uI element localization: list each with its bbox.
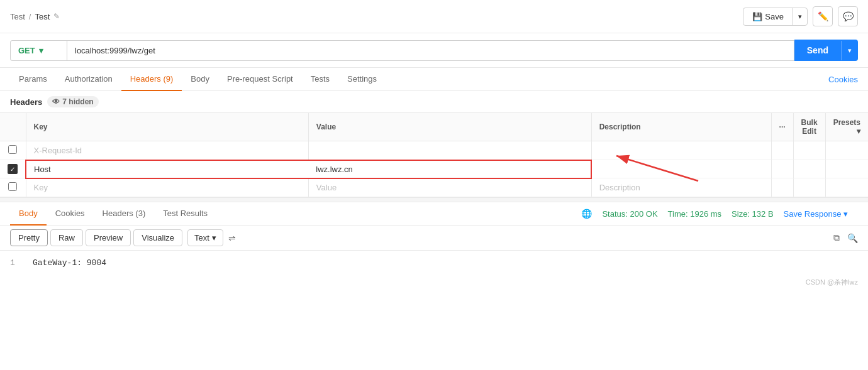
row2-presets bbox=[825, 160, 868, 178]
comment-icon-button[interactable]: 💬 bbox=[838, 6, 858, 26]
send-dropdown-arrow[interactable]: ▾ bbox=[841, 41, 858, 60]
breadcrumb-current: Test bbox=[35, 12, 50, 21]
tab-authorization[interactable]: Authorization bbox=[56, 68, 121, 91]
format-pretty-button[interactable]: Pretty bbox=[10, 229, 48, 246]
row1-check-cell[interactable] bbox=[0, 141, 26, 160]
headers-table-body: X-Request-Id ✓ Host lwz.lwz.cn bbox=[0, 141, 868, 197]
row2-more bbox=[771, 160, 793, 178]
response-headers-badge: (3) bbox=[135, 209, 145, 218]
text-select-label: Text bbox=[194, 233, 209, 242]
response-status-row: 🌐 Status: 200 OK Time: 1926 ms Size: 132… bbox=[571, 209, 858, 219]
format-row: Pretty Raw Preview Visualize Text ▾ ⇌ ⧉ … bbox=[0, 226, 868, 251]
format-preview-button[interactable]: Preview bbox=[86, 229, 131, 246]
row3-description[interactable]: Description bbox=[591, 178, 771, 197]
headers-section-header: Headers 👁 7 hidden bbox=[0, 91, 868, 113]
send-button-label[interactable]: Send bbox=[794, 40, 841, 61]
method-label: GET bbox=[18, 46, 35, 55]
row3-checkbox[interactable] bbox=[8, 182, 17, 191]
text-select-arrow: ▾ bbox=[212, 233, 216, 242]
headers-table: Key Value Description ··· Bulk Edit Pres… bbox=[0, 113, 868, 197]
cookies-link[interactable]: Cookies bbox=[828, 68, 858, 90]
row2-bulk bbox=[793, 160, 825, 178]
filter-icon[interactable]: ⇌ bbox=[228, 233, 236, 243]
hidden-count: 7 hidden bbox=[62, 97, 93, 106]
status-label: Status: 200 OK bbox=[602, 209, 657, 219]
save-response-button[interactable]: Save Response ▾ bbox=[784, 209, 848, 219]
th-presets[interactable]: Presets ▾ bbox=[825, 113, 868, 141]
method-select[interactable]: GET ▾ bbox=[10, 40, 67, 61]
top-bar: Test / Test ✎ 💾Save ▾ ✏️ 💬 bbox=[0, 0, 868, 33]
eye-icon: 👁 bbox=[52, 97, 60, 106]
tab-settings[interactable]: Settings bbox=[338, 68, 386, 91]
row1-bulk bbox=[793, 141, 825, 160]
row1-description[interactable] bbox=[591, 141, 771, 160]
tab-body[interactable]: Body bbox=[182, 68, 218, 91]
save-button-group[interactable]: 💾Save ▾ bbox=[743, 8, 808, 26]
row2-value[interactable]: lwz.lwz.cn bbox=[308, 160, 591, 178]
format-visualize-button[interactable]: Visualize bbox=[133, 229, 182, 246]
table-row: X-Request-Id bbox=[0, 141, 868, 160]
edit-icon[interactable]: ✎ bbox=[53, 12, 60, 21]
response-tab-cookies[interactable]: Cookies bbox=[47, 202, 94, 226]
toolbar-right: 💾Save ▾ ✏️ 💬 bbox=[743, 6, 858, 26]
pencil-icon-button[interactable]: ✏️ bbox=[813, 6, 833, 26]
breadcrumb: Test / Test ✎ bbox=[10, 12, 60, 21]
row1-value[interactable] bbox=[308, 141, 591, 160]
search-icon[interactable]: 🔍 bbox=[847, 233, 858, 243]
response-tab-test-results[interactable]: Test Results bbox=[154, 202, 216, 226]
table-row: ✓ Host lwz.lwz.cn bbox=[0, 160, 868, 178]
text-format-select[interactable]: Text ▾ bbox=[187, 229, 223, 246]
th-check bbox=[0, 113, 26, 141]
tab-params[interactable]: Params bbox=[10, 68, 56, 91]
footer: CSDN @杀神lwz bbox=[0, 275, 868, 290]
response-tab-body[interactable]: Body bbox=[10, 202, 47, 226]
copy-icon[interactable]: ⧉ bbox=[833, 232, 840, 243]
line-number-1: 1 bbox=[10, 258, 23, 268]
row1-presets bbox=[825, 141, 868, 160]
th-value: Value bbox=[308, 113, 591, 141]
headers-table-wrapper: Key Value Description ··· Bulk Edit Pres… bbox=[0, 113, 868, 197]
section-divider bbox=[0, 197, 868, 202]
row2-description[interactable] bbox=[591, 160, 771, 178]
footer-credit: CSDN @杀神lwz bbox=[806, 278, 858, 287]
row3-check-cell[interactable] bbox=[0, 178, 26, 197]
row3-bulk bbox=[793, 178, 825, 197]
request-tabs: Params Authorization Headers (9) Body Pr… bbox=[0, 68, 868, 91]
send-button-group[interactable]: Send ▾ bbox=[794, 40, 858, 61]
row3-value[interactable]: Value bbox=[308, 178, 591, 197]
format-raw-button[interactable]: Raw bbox=[50, 229, 83, 246]
line-content-1: GateWay-1: 9004 bbox=[33, 258, 106, 268]
row1-checkbox[interactable] bbox=[8, 145, 17, 154]
size-label: Size: 132 B bbox=[732, 209, 774, 219]
breadcrumb-sep: / bbox=[29, 12, 31, 21]
save-button-label[interactable]: 💾Save bbox=[743, 8, 793, 25]
tab-pre-request-script[interactable]: Pre-request Script bbox=[218, 68, 302, 91]
code-area: 1 GateWay-1: 9004 bbox=[0, 251, 868, 275]
th-key: Key bbox=[26, 113, 308, 141]
save-dropdown-arrow[interactable]: ▾ bbox=[793, 9, 807, 24]
headers-badge: (9) bbox=[163, 74, 173, 84]
headers-label: Headers 👁 7 hidden bbox=[10, 96, 858, 107]
headers-label-text: Headers bbox=[10, 97, 42, 107]
row2-key[interactable]: Host bbox=[26, 160, 308, 178]
row3-key[interactable]: Key bbox=[26, 178, 308, 197]
breadcrumb-parent: Test bbox=[10, 12, 25, 21]
response-section: Body Cookies Headers (3) Test Results 🌐 … bbox=[0, 202, 868, 275]
row1-more bbox=[771, 141, 793, 160]
response-tab-headers[interactable]: Headers (3) bbox=[94, 202, 155, 226]
row1-key[interactable]: X-Request-Id bbox=[26, 141, 308, 160]
url-input[interactable] bbox=[67, 40, 794, 61]
hidden-badge[interactable]: 👁 7 hidden bbox=[47, 96, 98, 107]
th-more: ··· bbox=[771, 113, 793, 141]
th-description: Description bbox=[591, 113, 771, 141]
row2-check-cell[interactable]: ✓ bbox=[0, 160, 26, 178]
tab-tests[interactable]: Tests bbox=[302, 68, 338, 91]
globe-icon: 🌐 bbox=[581, 209, 592, 219]
tab-headers[interactable]: Headers (9) bbox=[121, 68, 182, 91]
row2-checkbox-checked[interactable]: ✓ bbox=[8, 164, 18, 174]
row3-presets bbox=[825, 178, 868, 197]
time-label: Time: 1926 ms bbox=[668, 209, 722, 219]
row3-more bbox=[771, 178, 793, 197]
th-bulk-edit[interactable]: Bulk Edit bbox=[793, 113, 825, 141]
response-tabs: Body Cookies Headers (3) Test Results 🌐 … bbox=[0, 202, 868, 226]
